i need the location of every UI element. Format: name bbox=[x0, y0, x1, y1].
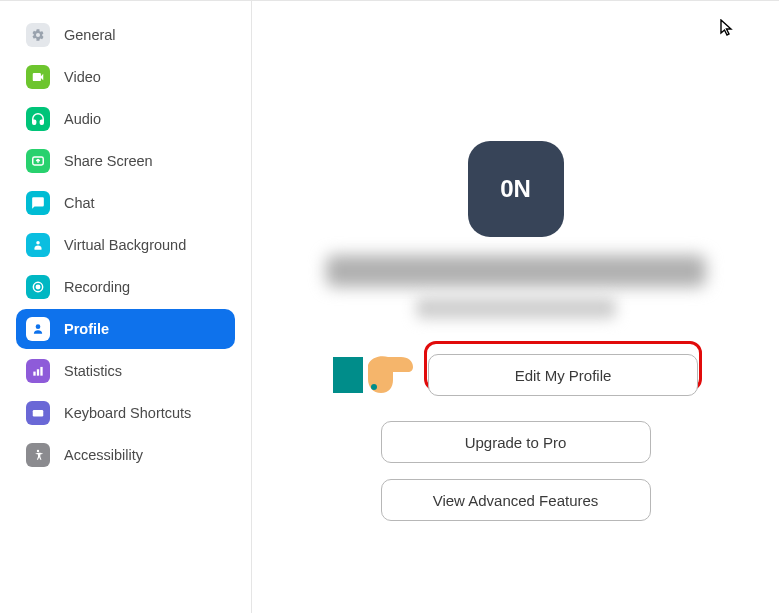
profile-sub-redacted bbox=[416, 297, 616, 319]
svg-rect-6 bbox=[37, 369, 39, 375]
svg-rect-5 bbox=[33, 372, 35, 376]
avatar: 0N bbox=[468, 141, 564, 237]
sidebar-item-label: Video bbox=[64, 69, 101, 85]
cursor-icon bbox=[720, 19, 736, 41]
sidebar-item-profile[interactable]: Profile bbox=[16, 309, 235, 349]
button-label: Upgrade to Pro bbox=[465, 434, 567, 451]
recording-icon bbox=[26, 275, 50, 299]
advanced-features-button[interactable]: View Advanced Features bbox=[381, 479, 651, 521]
button-label: View Advanced Features bbox=[433, 492, 599, 509]
sidebar-item-label: Share Screen bbox=[64, 153, 153, 169]
sidebar-item-label: Chat bbox=[64, 195, 95, 211]
sidebar-item-label: Profile bbox=[64, 321, 109, 337]
sidebar-item-label: Recording bbox=[64, 279, 130, 295]
video-icon bbox=[26, 65, 50, 89]
keyboard-icon bbox=[26, 401, 50, 425]
hand-pointer-icon bbox=[333, 345, 423, 405]
sidebar-item-general[interactable]: General bbox=[16, 15, 235, 55]
sidebar-item-share-screen[interactable]: Share Screen bbox=[16, 141, 235, 181]
virtual-background-icon bbox=[26, 233, 50, 257]
sidebar-item-label: Virtual Background bbox=[64, 237, 186, 253]
svg-point-10 bbox=[371, 384, 377, 390]
upgrade-button[interactable]: Upgrade to Pro bbox=[381, 421, 651, 463]
sidebar-item-label: Keyboard Shortcuts bbox=[64, 405, 191, 421]
profile-icon bbox=[26, 317, 50, 341]
sidebar-item-keyboard-shortcuts[interactable]: Keyboard Shortcuts bbox=[16, 393, 235, 433]
profile-panel: 0N Edit My Profile Upgrade to Pro View bbox=[252, 1, 779, 613]
avatar-initials: 0N bbox=[500, 175, 531, 203]
sidebar-item-audio[interactable]: Audio bbox=[16, 99, 235, 139]
share-screen-icon bbox=[26, 149, 50, 173]
sidebar-item-accessibility[interactable]: Accessibility bbox=[16, 435, 235, 475]
svg-point-1 bbox=[36, 241, 40, 245]
sidebar-item-label: Statistics bbox=[64, 363, 122, 379]
profile-name-redacted bbox=[326, 255, 706, 287]
chat-icon bbox=[26, 191, 50, 215]
sidebar-item-video[interactable]: Video bbox=[16, 57, 235, 97]
sidebar-item-chat[interactable]: Chat bbox=[16, 183, 235, 223]
edit-profile-button[interactable]: Edit My Profile bbox=[428, 354, 698, 396]
svg-rect-7 bbox=[40, 367, 42, 376]
accessibility-icon bbox=[26, 443, 50, 467]
svg-point-9 bbox=[37, 450, 39, 452]
svg-point-3 bbox=[36, 285, 40, 289]
button-label: Edit My Profile bbox=[515, 367, 612, 384]
gear-icon bbox=[26, 23, 50, 47]
settings-sidebar: General Video Audio Share Screen Chat bbox=[0, 1, 252, 613]
headphones-icon bbox=[26, 107, 50, 131]
sidebar-item-label: General bbox=[64, 27, 116, 43]
sidebar-item-recording[interactable]: Recording bbox=[16, 267, 235, 307]
sidebar-item-statistics[interactable]: Statistics bbox=[16, 351, 235, 391]
svg-point-4 bbox=[36, 324, 41, 329]
sidebar-item-label: Audio bbox=[64, 111, 101, 127]
sidebar-item-virtual-background[interactable]: Virtual Background bbox=[16, 225, 235, 265]
sidebar-item-label: Accessibility bbox=[64, 447, 143, 463]
statistics-icon bbox=[26, 359, 50, 383]
svg-rect-8 bbox=[33, 410, 44, 416]
